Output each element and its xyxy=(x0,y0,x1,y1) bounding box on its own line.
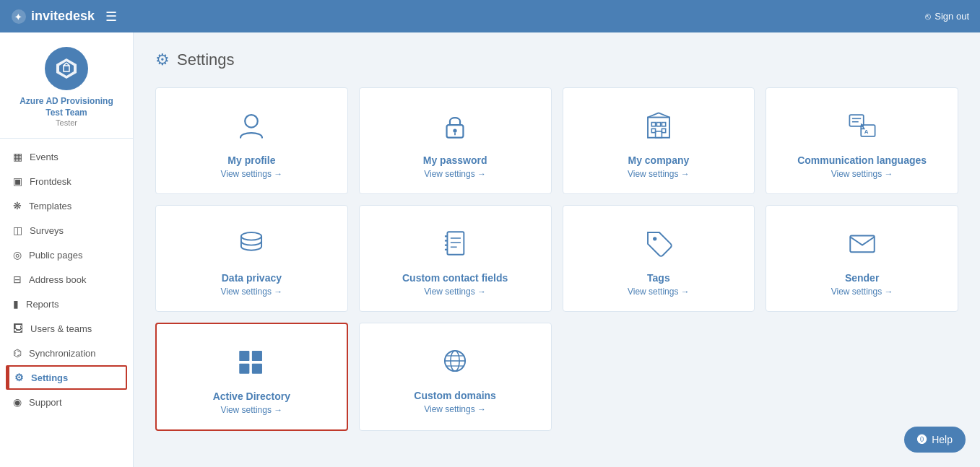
svg-rect-32 xyxy=(252,351,262,361)
card-title-communication-languages: Communication languages xyxy=(797,154,927,166)
envelope-icon xyxy=(846,227,878,263)
translate-icon: A xyxy=(846,110,878,146)
svg-text:✦: ✦ xyxy=(14,12,22,22)
nav-label-events: Events xyxy=(30,152,58,162)
windows-icon xyxy=(235,346,267,382)
person-icon xyxy=(235,110,267,146)
logo[interactable]: ✦ invitedesk xyxy=(11,9,95,25)
svg-rect-10 xyxy=(651,128,655,132)
card-link-custom-domains[interactable]: View settings → xyxy=(424,404,486,414)
org-name: Azure AD Provisioning Test Team xyxy=(11,96,122,118)
card-link-my-company[interactable]: View settings → xyxy=(628,169,690,179)
nav-label-settings: Settings xyxy=(31,372,68,383)
nav-label-templates: Templates xyxy=(29,201,71,211)
card-title-my-company: My company xyxy=(628,154,689,166)
card-title-data-privacy: Data privacy xyxy=(222,272,282,284)
monitor-icon: ▣ xyxy=(13,175,22,187)
sidebar: Azure AD Provisioning Test Team Tester ▦… xyxy=(0,32,134,467)
card-my-company[interactable]: My company View settings → xyxy=(563,87,755,194)
settings-page-icon: ⚙ xyxy=(155,51,170,69)
svg-point-29 xyxy=(653,237,656,240)
svg-rect-33 xyxy=(240,364,250,374)
card-title-sender: Sender xyxy=(845,272,879,284)
globe-icon: ◎ xyxy=(13,249,22,261)
org-role: Tester xyxy=(56,118,77,127)
svg-rect-11 xyxy=(662,128,665,132)
help-button[interactable]: ⓿ Help xyxy=(904,427,966,453)
nav-label-users-teams: Users & teams xyxy=(30,323,92,334)
lock-icon xyxy=(439,110,471,146)
sidebar-item-surveys[interactable]: ◫ Surveys xyxy=(0,218,133,243)
sidebar-nav: ▦ Events ▣ Frontdesk ❋ Templates ◫ Surve… xyxy=(0,139,133,420)
page-header: ⚙ Settings xyxy=(155,51,958,69)
card-title-custom-domains: Custom domains xyxy=(414,390,496,401)
signout-button[interactable]: ⎋ Sign out xyxy=(925,11,969,22)
card-link-tags[interactable]: View settings → xyxy=(628,287,690,297)
sync-icon: ⌬ xyxy=(13,347,22,359)
topbar: ✦ invitedesk ☰ ⎋ Sign out xyxy=(0,0,980,32)
card-communication-languages[interactable]: A Communication languages View settings … xyxy=(766,87,958,194)
nav-label-public-pages: Public pages xyxy=(29,250,82,261)
svg-point-4 xyxy=(453,128,456,132)
card-data-privacy[interactable]: Data privacy View settings → xyxy=(155,205,348,312)
card-custom-domains[interactable]: Custom domains View settings → xyxy=(359,323,552,431)
svg-rect-12 xyxy=(655,131,662,138)
sidebar-item-address-book[interactable]: ⊟ Address book xyxy=(0,267,133,292)
gear-icon: ⚙ xyxy=(14,372,24,383)
card-link-data-privacy[interactable]: View settings → xyxy=(220,287,282,297)
hamburger-icon[interactable]: ☰ xyxy=(105,9,117,25)
page-title: Settings xyxy=(177,51,235,69)
card-active-directory[interactable]: Active Directory View settings → xyxy=(155,323,348,431)
svg-rect-31 xyxy=(240,351,250,361)
nav-label-synchronization: Synchronization xyxy=(29,348,96,359)
card-title-my-password: My password xyxy=(423,154,487,166)
sidebar-item-synchronization[interactable]: ⌬ Synchronization xyxy=(0,341,133,365)
avatar xyxy=(45,47,88,90)
svg-rect-8 xyxy=(656,123,660,126)
globe-gear-icon xyxy=(439,345,471,381)
book-icon: ⊟ xyxy=(13,274,22,285)
card-my-password[interactable]: My password View settings → xyxy=(359,87,552,194)
card-title-tags: Tags xyxy=(647,272,670,284)
main-layout: Azure AD Provisioning Test Team Tester ▦… xyxy=(0,32,980,467)
sidebar-item-templates[interactable]: ❋ Templates xyxy=(0,193,133,218)
bar-chart-icon: ▮ xyxy=(13,298,19,310)
card-title-custom-contact-fields: Custom contact fields xyxy=(402,272,508,284)
sidebar-item-users-teams[interactable]: ⛾ Users & teams xyxy=(0,316,133,341)
settings-grid: My profile View settings → My password V… xyxy=(155,87,958,431)
sidebar-item-events[interactable]: ▦ Events xyxy=(0,144,133,169)
sidebar-item-support[interactable]: ◉ Support xyxy=(0,390,133,414)
calendar-icon: ▦ xyxy=(13,151,22,162)
nav-label-support: Support xyxy=(29,397,62,408)
svg-text:A: A xyxy=(864,128,868,135)
users-icon: ⛾ xyxy=(13,323,23,334)
nav-label-surveys: Surveys xyxy=(30,225,64,236)
svg-point-20 xyxy=(241,232,261,240)
card-custom-contact-fields[interactable]: Custom contact fields View settings → xyxy=(359,205,552,312)
sidebar-item-public-pages[interactable]: ◎ Public pages xyxy=(0,243,133,267)
card-title-active-directory: Active Directory xyxy=(213,390,290,402)
card-sender[interactable]: Sender View settings → xyxy=(766,205,958,312)
sidebar-item-frontdesk[interactable]: ▣ Frontdesk xyxy=(0,169,133,193)
card-link-communication-languages[interactable]: View settings → xyxy=(831,169,893,179)
svg-rect-6 xyxy=(648,118,669,138)
database-icon xyxy=(235,227,267,263)
nav-label-address-book: Address book xyxy=(29,274,87,285)
card-my-profile[interactable]: My profile View settings → xyxy=(155,87,348,194)
card-link-my-password[interactable]: View settings → xyxy=(424,169,486,179)
svg-rect-7 xyxy=(651,123,655,126)
card-title-my-profile: My profile xyxy=(227,154,275,166)
sidebar-item-settings[interactable]: ⚙ Settings xyxy=(6,365,127,390)
building-icon xyxy=(643,110,675,146)
card-link-custom-contact-fields[interactable]: View settings → xyxy=(424,287,486,297)
card-link-my-profile[interactable]: View settings → xyxy=(220,169,282,179)
card-link-active-directory[interactable]: View settings → xyxy=(220,405,282,415)
svg-point-2 xyxy=(246,115,259,128)
nav-label-reports: Reports xyxy=(26,299,59,310)
sidebar-item-reports[interactable]: ▮ Reports xyxy=(0,292,133,316)
card-link-sender[interactable]: View settings → xyxy=(831,287,893,297)
layers-icon: ❋ xyxy=(13,200,22,211)
card-tags[interactable]: Tags View settings → xyxy=(563,205,755,312)
svg-rect-21 xyxy=(448,232,464,255)
svg-rect-34 xyxy=(252,364,262,374)
